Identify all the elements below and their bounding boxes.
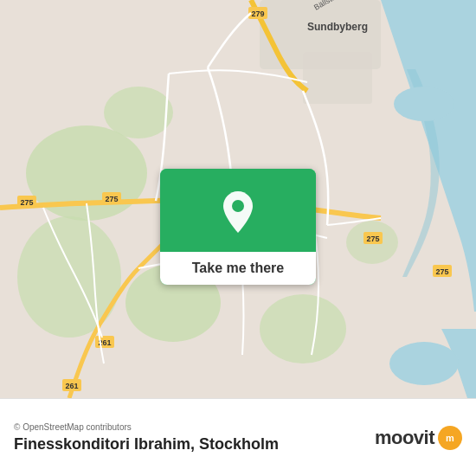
svg-text:275: 275 [366,235,379,243]
svg-text:279: 279 [251,10,264,18]
bottom-info: © OpenStreetMap contributors Finesskondi… [14,422,279,453]
svg-text:Sundbyberg: Sundbyberg [307,21,368,33]
svg-text:261: 261 [65,382,78,390]
take-me-there-button[interactable]: Take me there [160,169,316,285]
take-me-there-label: Take me there [160,252,316,285]
svg-point-30 [232,200,244,212]
moovit-logo: moovit m [375,426,462,450]
place-name: Finesskonditori Ibrahim, Stockholm [14,435,279,453]
bottom-bar: © OpenStreetMap contributors Finesskondi… [0,398,476,476]
svg-text:275: 275 [105,195,118,203]
svg-point-9 [389,342,459,385]
svg-text:275: 275 [20,198,33,207]
moovit-logo-dot: m [438,426,462,450]
svg-point-4 [260,294,346,363]
map-container: 279 275 275 275 275 275 261 261 [0,0,476,398]
svg-text:m: m [446,433,454,443]
location-pin-icon [217,188,259,236]
svg-point-8 [394,87,454,121]
moovit-logo-text: moovit [375,427,434,449]
place-info: Finesskonditori Ibrahim, Stockholm [14,435,279,453]
button-icon-area [160,169,316,252]
svg-point-2 [17,216,121,338]
osm-attribution: © OpenStreetMap contributors [14,422,279,432]
svg-point-7 [104,87,173,138]
svg-rect-11 [303,52,372,104]
svg-text:275: 275 [435,267,448,276]
